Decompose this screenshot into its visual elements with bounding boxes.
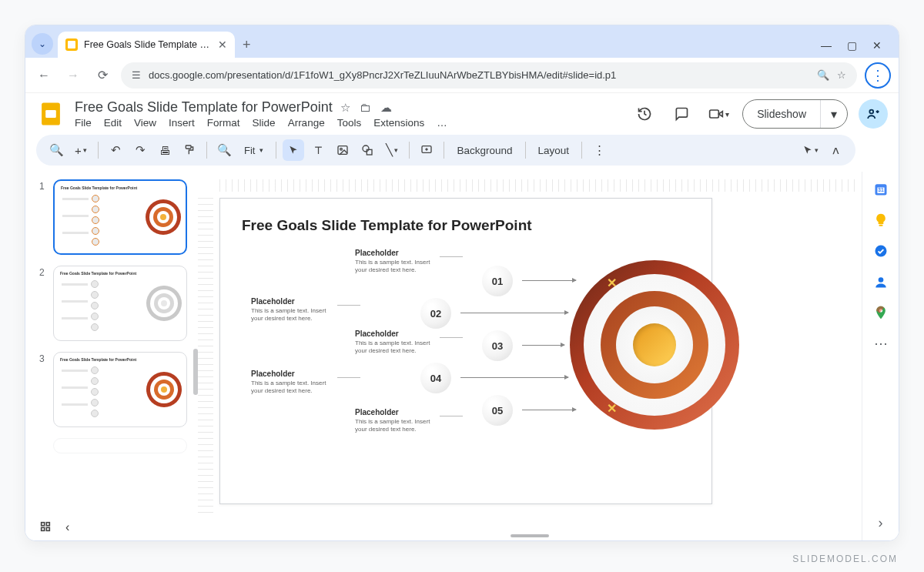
bubble-04[interactable]: 04 bbox=[420, 363, 451, 393]
svg-rect-20 bbox=[42, 527, 45, 530]
bookmark-star-icon[interactable]: ☆ bbox=[837, 69, 846, 81]
close-window-icon[interactable]: ✕ bbox=[872, 39, 882, 52]
insert-line-button[interactable]: ╲ ▾ bbox=[381, 139, 403, 161]
watermark: SLIDEMODEL.COM bbox=[792, 554, 898, 564]
menu-extensions[interactable]: Extensions bbox=[373, 117, 424, 129]
address-bar[interactable]: ☰ docs.google.com/presentation/d/1F1foW1… bbox=[121, 62, 857, 89]
slide-title[interactable]: Free Goals Slide Template for PowerPoint bbox=[242, 217, 690, 234]
svg-point-8 bbox=[363, 146, 369, 152]
target-graphic[interactable]: ✕ ✕ bbox=[570, 260, 739, 430]
bubble-01[interactable]: 01 bbox=[482, 266, 513, 296]
menu-slide[interactable]: Slide bbox=[253, 117, 276, 129]
maps-icon[interactable] bbox=[872, 304, 889, 321]
slide-thumbnail[interactable]: Free Goals Slide Template for PowerPoint bbox=[53, 179, 187, 255]
text-box-button[interactable] bbox=[307, 139, 329, 161]
svg-rect-19 bbox=[46, 523, 49, 526]
print-button[interactable]: 🖶 bbox=[154, 139, 176, 161]
slideshow-button[interactable]: Slideshow bbox=[743, 100, 821, 128]
svg-rect-6 bbox=[338, 146, 347, 155]
layout-button[interactable]: Layout bbox=[532, 145, 576, 156]
redo-button[interactable]: ↷ bbox=[129, 139, 151, 161]
svg-rect-9 bbox=[367, 149, 373, 155]
meet-button[interactable]: ▾ bbox=[705, 101, 732, 127]
menu-insert[interactable]: Insert bbox=[169, 117, 195, 129]
paint-format-button[interactable] bbox=[179, 139, 200, 161]
insert-shape-button[interactable] bbox=[357, 139, 378, 161]
zoom-tool-button[interactable]: 🔍 bbox=[213, 139, 235, 161]
hide-menus-button[interactable]: ʌ bbox=[825, 139, 846, 161]
move-icon[interactable]: 🗀 bbox=[360, 101, 371, 115]
menu-tools[interactable]: Tools bbox=[337, 117, 362, 129]
close-tab-icon[interactable]: ✕ bbox=[218, 38, 227, 51]
insert-comment-button[interactable] bbox=[416, 139, 437, 161]
minimize-icon[interactable]: — bbox=[821, 39, 832, 52]
bubble-05[interactable]: 05 bbox=[482, 395, 513, 426]
slide-thumbnail[interactable] bbox=[53, 438, 187, 453]
zoom-select[interactable]: Fit▾ bbox=[238, 145, 270, 156]
browser-tab[interactable]: Free Goals Slide Template for P ✕ bbox=[58, 32, 235, 58]
slide-thumbnail[interactable]: Free Goals Slide Template for PowerPoint bbox=[53, 266, 187, 341]
side-panel-collapse-icon[interactable]: › bbox=[879, 515, 883, 531]
reload-button[interactable]: ⟳ bbox=[92, 65, 113, 86]
explore-button[interactable]: ‹ bbox=[65, 520, 69, 534]
editor-canvas: Free Goals Slide Template for PowerPoint… bbox=[198, 172, 862, 540]
browser-menu-button[interactable]: ⋮ bbox=[865, 62, 891, 89]
bottom-controls: ‹ bbox=[39, 520, 69, 534]
slides-app: Free Goals Slide Template for PowerPoint… bbox=[25, 93, 899, 540]
side-panel: 31 ⋯ › bbox=[862, 172, 899, 540]
bubble-03[interactable]: 03 bbox=[482, 330, 513, 361]
comments-button[interactable] bbox=[668, 101, 695, 127]
menu-bar: File Edit View Insert Format Slide Arran… bbox=[75, 115, 622, 129]
svg-point-4 bbox=[869, 110, 873, 114]
zoom-indicator-icon[interactable]: 🔍 bbox=[817, 69, 829, 81]
site-settings-icon[interactable]: ☰ bbox=[132, 69, 141, 81]
new-slide-button[interactable]: + ▾ bbox=[70, 139, 92, 161]
tasks-icon[interactable] bbox=[872, 243, 889, 259]
background-button[interactable]: Background bbox=[450, 145, 518, 156]
speaker-notes-handle[interactable] bbox=[511, 534, 549, 537]
workspace: 1 Free Goals Slide Template for PowerPoi… bbox=[25, 172, 899, 540]
menu-more[interactable]: … bbox=[437, 117, 447, 129]
grid-view-button[interactable] bbox=[39, 520, 52, 534]
svg-rect-18 bbox=[42, 523, 45, 526]
undo-button[interactable]: ↶ bbox=[105, 139, 126, 161]
addons-more-icon[interactable]: ⋯ bbox=[872, 335, 889, 352]
slides-logo-icon[interactable] bbox=[36, 99, 65, 129]
menu-edit[interactable]: Edit bbox=[104, 117, 122, 129]
keep-icon[interactable] bbox=[872, 212, 889, 229]
star-icon[interactable]: ☆ bbox=[340, 101, 350, 115]
slideshow-button-group: Slideshow ▾ bbox=[742, 99, 848, 129]
thumb-number: 2 bbox=[39, 266, 47, 341]
new-tab-button[interactable]: + bbox=[239, 37, 257, 58]
slideshow-dropdown[interactable]: ▾ bbox=[821, 107, 847, 122]
url-toolbar: ← → ⟳ ☰ docs.google.com/presentation/d/1… bbox=[25, 58, 899, 93]
search-menus-button[interactable]: 🔍 bbox=[45, 139, 67, 161]
tab-search-button[interactable]: ⌄ bbox=[32, 33, 53, 55]
cloud-status-icon[interactable]: ☁ bbox=[380, 101, 392, 115]
svg-point-15 bbox=[875, 246, 886, 257]
menu-view[interactable]: View bbox=[134, 117, 156, 129]
document-title[interactable]: Free Goals Slide Template for PowerPoint bbox=[75, 99, 333, 115]
bubble-02[interactable]: 02 bbox=[420, 298, 451, 329]
contacts-icon[interactable] bbox=[872, 273, 889, 290]
calendar-icon[interactable]: 31 bbox=[872, 181, 889, 198]
slide-thumbnail[interactable]: Free Goals Slide Template for PowerPoint bbox=[53, 352, 187, 427]
forward-button[interactable]: → bbox=[62, 65, 84, 86]
toolbar-more-button[interactable]: ⋮ bbox=[588, 139, 610, 161]
menu-format[interactable]: Format bbox=[207, 117, 240, 129]
menu-file[interactable]: File bbox=[75, 117, 92, 129]
slide-canvas[interactable]: Free Goals Slide Template for PowerPoint… bbox=[219, 198, 712, 504]
history-button[interactable] bbox=[631, 101, 658, 127]
filmstrip[interactable]: 1 Free Goals Slide Template for PowerPoi… bbox=[25, 172, 198, 540]
insert-image-button[interactable] bbox=[332, 139, 353, 161]
horizontal-ruler bbox=[219, 179, 855, 192]
share-button[interactable] bbox=[859, 99, 888, 129]
back-button[interactable]: ← bbox=[33, 65, 55, 86]
maximize-icon[interactable]: ▢ bbox=[847, 39, 857, 52]
edit-mode-button[interactable]: ▾ bbox=[799, 139, 822, 161]
app-header: Free Goals Slide Template for PowerPoint… bbox=[25, 93, 899, 129]
select-tool-button[interactable] bbox=[283, 139, 304, 161]
svg-rect-21 bbox=[46, 527, 49, 530]
menu-arrange[interactable]: Arrange bbox=[288, 117, 325, 129]
browser-window: ⌄ Free Goals Slide Template for P ✕ + — … bbox=[25, 25, 899, 541]
